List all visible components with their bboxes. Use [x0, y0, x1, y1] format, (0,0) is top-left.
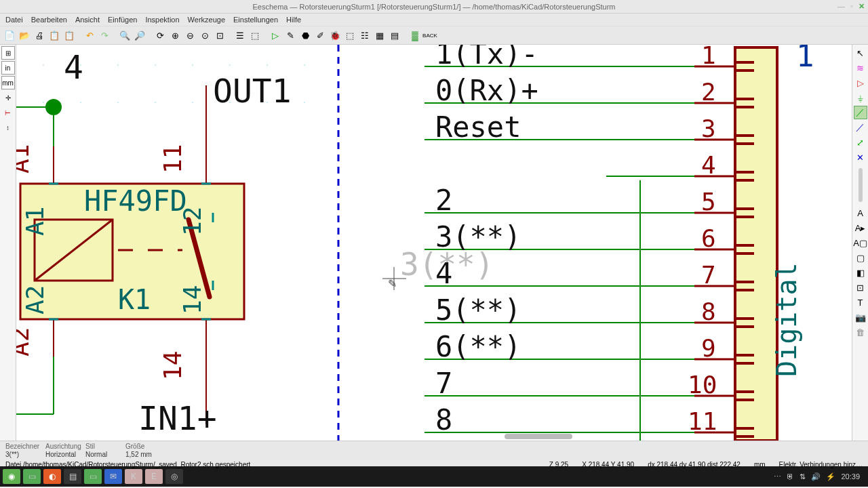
unit-mm-button[interactable]: mm [1, 76, 15, 89]
place-text-icon[interactable]: T [854, 296, 867, 309]
tray-shield-icon[interactable]: ⛨ [787, 472, 794, 481]
svg-text:7: 7 [435, 367, 452, 400]
maximize-button[interactable]: ◦ [850, 2, 853, 11]
horizontal-scrollbar[interactable] [505, 434, 572, 439]
place-wire-icon[interactable]: ／ [854, 106, 867, 119]
place-bus-icon[interactable]: ／ [854, 121, 867, 134]
menu-einfuegen[interactable]: Einfügen [108, 16, 137, 24]
print-icon[interactable]: 🖨 [33, 28, 46, 42]
menu-hilfe[interactable]: Hilfe [286, 16, 301, 24]
footprint-editor-icon[interactable]: ⬣ [298, 28, 312, 42]
place-sheet-icon[interactable]: ▢ [854, 251, 867, 264]
zoom-fit-icon[interactable]: ⊙ [198, 28, 212, 42]
unit-in-button[interactable]: in [1, 61, 15, 75]
assign-footprints-icon[interactable]: ⬚ [343, 28, 357, 42]
minimize-button[interactable]: — [837, 2, 845, 11]
status-bezeichner: 3(**) [5, 451, 43, 458]
place-net-label-icon[interactable]: A [854, 206, 867, 220]
refresh-icon[interactable]: ⟳ [153, 28, 167, 42]
symbol-fields-icon[interactable]: ☷ [358, 28, 372, 42]
cursor-shape-icon[interactable]: ✛ [1, 91, 15, 104]
leave-sheet-icon[interactable]: ⬚ [248, 28, 262, 42]
zoom-out-icon[interactable]: ⊖ [183, 28, 197, 42]
find-replace-icon[interactable]: 🔎 [133, 28, 146, 42]
netlist-icon[interactable]: ▤ [388, 28, 401, 42]
svg-point-4 [192, 64, 193, 66]
svg-text:6: 6 [701, 224, 716, 252]
svg-text:1: 1 [796, 45, 814, 73]
place-noconnect-icon[interactable]: ✕ [854, 150, 867, 164]
mint-menu-icon[interactable]: ◉ [3, 469, 20, 484]
tray-volume-icon[interactable]: 🔊 [811, 472, 821, 481]
place-symbol-icon[interactable]: ▷ [854, 76, 867, 89]
place-hier-label-icon[interactable]: A▢ [854, 236, 867, 249]
menu-datei[interactable]: Datei [5, 16, 23, 24]
svg-text:6(**): 6(**) [435, 330, 521, 363]
svg-point-5 [229, 64, 231, 66]
task-desktop-icon[interactable]: ▭ [23, 469, 41, 484]
page-settings-icon[interactable]: 📋 [47, 28, 61, 42]
pcbnew-icon[interactable]: ▓ [408, 28, 422, 42]
task-firefox-icon[interactable]: ◐ [43, 469, 61, 484]
task-obs-icon[interactable]: ◎ [165, 469, 183, 484]
undo-icon[interactable]: ↶ [83, 28, 96, 42]
annotate-icon[interactable]: ✐ [313, 28, 327, 42]
zoom-select-icon[interactable]: ⊡ [213, 28, 226, 42]
svg-point-2 [117, 64, 119, 66]
svg-text:8: 8 [701, 298, 716, 325]
place-image-icon[interactable]: 📷 [854, 310, 867, 324]
svg-text:2: 2 [701, 78, 716, 106]
svg-text:8: 8 [435, 403, 452, 436]
task-files-icon[interactable]: ▭ [84, 469, 102, 484]
menu-einstellungen[interactable]: Einstellungen [233, 16, 278, 24]
new-icon[interactable]: 📄 [3, 28, 16, 42]
svg-point-9 [80, 102, 81, 103]
symbol-editor-icon[interactable]: ✎ [283, 28, 297, 42]
svg-text:3(**): 3(**) [435, 220, 521, 253]
open-icon[interactable]: 📂 [18, 28, 31, 42]
menu-werkzeuge[interactable]: Werkzeuge [188, 16, 225, 24]
menu-inspektion[interactable]: Inspektion [145, 16, 179, 24]
svg-point-0 [43, 64, 44, 66]
menu-bearbeiten[interactable]: Bearbeiten [31, 16, 67, 24]
redo-icon[interactable]: ↷ [98, 28, 111, 42]
relay-value: HF49FD [84, 184, 187, 218]
force-hv-icon[interactable]: ↕ [1, 121, 15, 134]
zoom-in-icon[interactable]: ⊕ [168, 28, 182, 42]
paste-icon[interactable]: 📋 [62, 28, 76, 42]
task-terminal-icon[interactable]: ▤ [64, 469, 81, 484]
hierarchy-icon[interactable]: ☰ [233, 28, 247, 42]
status-unit: mm [754, 461, 766, 468]
import-sheet-pin-icon[interactable]: ◧ [854, 266, 867, 279]
erc-icon[interactable]: 🐞 [328, 28, 342, 42]
tray-network-icon[interactable]: ⇅ [800, 472, 806, 481]
place-sheet-pin-icon[interactable]: ⊡ [854, 281, 867, 294]
place-global-label-icon[interactable]: A▸ [854, 221, 867, 235]
hidden-pins-icon[interactable]: ⊢ [1, 106, 15, 119]
highlight-net-icon[interactable]: ≋ [854, 61, 867, 75]
delete-icon[interactable]: 🗑 [854, 325, 867, 339]
back-annotate-icon[interactable]: BACK [423, 28, 437, 42]
find-icon[interactable]: 🔍 [118, 28, 132, 42]
svg-text:A1: A1 [21, 207, 49, 236]
grid-icon[interactable]: ⊞ [1, 46, 15, 60]
place-power-icon[interactable]: ⏚ [854, 91, 867, 104]
place-bus-entry-icon[interactable]: ⤢ [854, 136, 867, 149]
svg-text:3: 3 [701, 115, 716, 142]
svg-text:5: 5 [701, 188, 716, 216]
tray-notifications-icon[interactable]: ⋯ [774, 472, 781, 481]
close-button[interactable]: ✕ [859, 2, 865, 11]
right-scroll-thumb[interactable] [859, 168, 863, 202]
task-eeschema-icon[interactable]: E [145, 469, 163, 484]
select-icon[interactable]: ↖ [854, 46, 867, 60]
task-mail-icon[interactable]: ✉ [104, 469, 122, 484]
tray-clock[interactable]: 20:39 [841, 472, 860, 481]
bom-icon[interactable]: ▦ [373, 28, 387, 42]
run-icon[interactable]: ▷ [269, 28, 282, 42]
svg-text:A1: A1 [16, 144, 34, 174]
status-stil: Normal [85, 451, 123, 458]
menu-ansicht[interactable]: Ansicht [75, 16, 100, 24]
tray-battery-icon[interactable]: ⚡ [826, 472, 835, 481]
task-kicad-icon[interactable]: K [125, 469, 142, 484]
schematic-canvas[interactable]: 4 OUT1 IN1+ HF49FD K1 A1 A1 A2 A2 11 12 … [16, 45, 852, 441]
